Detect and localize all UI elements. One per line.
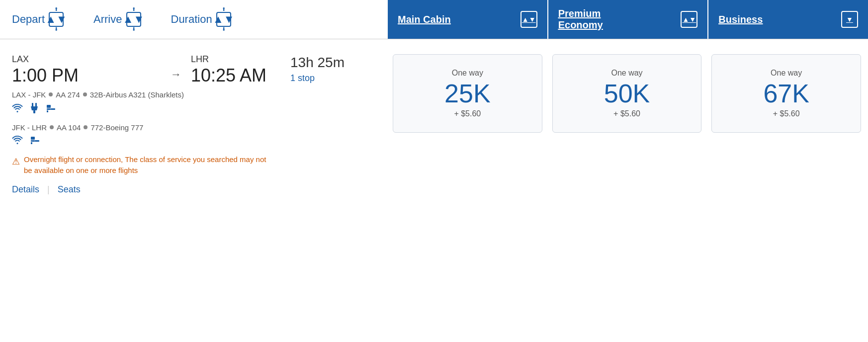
premium-miles: 50K [563,81,692,106]
svg-rect-8 [31,140,35,142]
leg2-wifi-icon [12,136,23,147]
depart-time: 1:00 PM [12,66,161,86]
arrive-time: 10:25 AM [191,66,290,86]
main-one-way-label: One way [403,69,532,78]
price-card-premium[interactable]: One way 50K + $5.60 [552,54,702,133]
depart-airport-code: LAX [12,54,161,65]
price-card-business[interactable]: One way 67K + $5.60 [711,54,861,133]
svg-rect-6 [47,110,48,112]
leg2-dot2 [84,125,87,129]
price-card-main[interactable]: One way 25K + $5.60 [393,54,542,133]
arrive-sort-icon: ▲▼ [126,12,141,27]
svg-rect-2 [33,110,35,113]
header-row: Depart ▲▼ Arrive ▲▼ Duration ▲▼ Mai [0,0,868,39]
main-cabin-sort-icon: ▲▼ [521,11,537,28]
header-sort-controls: Depart ▲▼ Arrive ▲▼ Duration ▲▼ [0,0,388,39]
duration-sort-label: Duration [171,13,212,26]
power-icon [30,103,39,116]
leg2-dot [50,125,54,129]
leg1-amenities [12,103,376,116]
depart-sort-button[interactable]: Depart ▲▼ [12,12,64,27]
leg2-flight: AA 104 [57,123,81,132]
price-cards: One way 25K + $5.60 One way 50K + $5.60 … [388,49,868,200]
depart-sort-label: Depart [12,13,45,26]
route-row: LAX 1:00 PM → LHR 10:25 AM 13h 25m 1 sto… [12,54,376,86]
svg-rect-3 [47,105,51,108]
cabin-header-business-label: Business [718,14,763,25]
seat-icon [46,104,57,115]
svg-rect-10 [31,142,32,144]
premium-one-way-label: One way [563,69,692,78]
svg-rect-0 [32,103,33,107]
depart-section: LAX 1:00 PM [12,54,161,86]
leg1-dot2 [83,92,87,96]
svg-rect-1 [35,103,37,107]
cabin-header-premium-label: PremiumEconomy [558,8,603,31]
business-miles: 67K [722,81,851,106]
route-arrow: → [161,54,191,81]
stops-text: 1 stop [290,73,380,84]
main-miles: 25K [403,81,532,106]
leg2-info: JFK - LHR AA 104 772-Boeing 777 [12,123,376,132]
links-row: Details | Seats [12,184,376,195]
warning-triangle-icon: ⚠ [12,155,20,169]
business-tax: + $5.60 [722,109,851,118]
flight-info: LAX 1:00 PM → LHR 10:25 AM 13h 25m 1 sto… [0,49,388,200]
premium-tax: + $5.60 [563,109,692,118]
svg-rect-4 [47,108,51,110]
depart-sort-icon: ▲▼ [49,12,64,27]
leg1-route: LAX - JFK [12,90,46,99]
details-button[interactable]: Details [12,184,47,195]
leg1-flight: AA 274 [56,90,80,99]
wifi-icon [12,104,23,115]
cabin-header-main-label: Main Cabin [398,14,451,25]
leg1-aircraft: 32B-Airbus A321 (Sharklets) [90,90,184,99]
cabin-header-premium[interactable]: PremiumEconomy ▲▼ [548,0,709,39]
leg1-info: LAX - JFK AA 274 32B-Airbus A321 (Sharkl… [12,90,376,99]
seats-button[interactable]: Seats [58,184,88,195]
svg-rect-7 [31,137,35,140]
leg2-seat-icon [30,136,41,147]
arrive-airport-code: LHR [191,54,290,65]
flight-results-container: Depart ▲▼ Arrive ▲▼ Duration ▲▼ Mai [0,0,868,210]
business-cabin-sort-icon: ▼ [841,11,858,28]
business-one-way-label: One way [722,69,851,78]
duration-sort-button[interactable]: Duration ▲▼ [171,12,231,27]
main-tax: + $5.60 [403,109,532,118]
premium-cabin-sort-icon: ▲▼ [681,11,697,28]
cabin-headers: Main Cabin ▲▼ PremiumEconomy ▲▼ Business… [388,0,868,39]
duration-sort-icon: ▲▼ [216,12,231,27]
content-row: LAX 1:00 PM → LHR 10:25 AM 13h 25m 1 sto… [0,39,868,210]
warning-text-content: Overnight flight or connection, The clas… [24,154,270,176]
arrive-sort-button[interactable]: Arrive ▲▼ [93,12,141,27]
duration-section: 13h 25m 1 stop [290,54,380,84]
cabin-header-business[interactable]: Business ▼ [708,0,868,39]
arrive-sort-label: Arrive [93,13,122,26]
link-divider: | [47,184,50,195]
duration-time: 13h 25m [290,54,380,71]
svg-rect-9 [35,140,39,142]
leg2-amenities [12,136,376,147]
leg1-dot [49,92,53,96]
arrive-section: LHR 10:25 AM [191,54,290,86]
svg-rect-5 [51,108,55,110]
cabin-header-main[interactable]: Main Cabin ▲▼ [388,0,548,39]
leg2-aircraft: 772-Boeing 777 [90,123,143,132]
leg2-route: JFK - LHR [12,123,47,132]
warning-message: ⚠ Overnight flight or connection, The cl… [12,154,270,176]
